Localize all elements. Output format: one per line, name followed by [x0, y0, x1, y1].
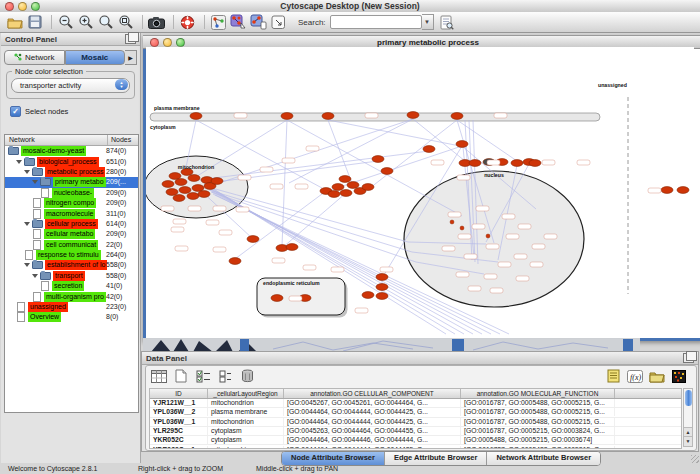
zoom-in-icon[interactable] — [77, 14, 94, 31]
small-network-node[interactable] — [161, 206, 174, 211]
search-dropdown-arrow-icon[interactable]: ▼ — [422, 14, 434, 30]
network-node[interactable] — [339, 176, 351, 183]
search-input[interactable] — [330, 15, 422, 29]
small-network-node[interactable] — [188, 206, 201, 211]
unselect-attributes-icon[interactable] — [216, 368, 234, 384]
mini-network-node[interactable] — [450, 220, 454, 224]
small-network-node[interactable] — [331, 267, 344, 272]
save-session-icon[interactable] — [26, 14, 43, 31]
tree-item-primary-metabo[interactable]: primary metabo209(... — [5, 177, 138, 187]
network-node[interactable] — [372, 156, 384, 163]
small-network-node[interactable] — [484, 274, 497, 279]
disclosure-triangle-icon[interactable] — [24, 263, 30, 267]
tree-item-nucleobase-[interactable]: nucleobase-209(0) — [5, 188, 138, 198]
table-row[interactable]: YDR039C__1mitochondrion[GO:0044464, GO:0… — [150, 445, 681, 449]
attribute-notes-icon[interactable] — [604, 368, 622, 384]
small-network-node[interactable] — [238, 175, 251, 180]
vizmapper-network-a-icon[interactable] — [230, 14, 247, 31]
network-node[interactable] — [175, 179, 187, 186]
small-network-node[interactable] — [518, 224, 531, 229]
tree-item-nitrogen-compo[interactable]: nitrogen compo209(0) — [5, 198, 138, 208]
network-node[interactable] — [190, 113, 202, 120]
small-network-node[interactable] — [514, 254, 527, 259]
network-node[interactable] — [322, 113, 334, 120]
disclosure-triangle-icon[interactable] — [24, 170, 30, 174]
edge[interactable] — [328, 120, 353, 186]
small-network-node[interactable] — [456, 272, 469, 277]
small-network-node[interactable] — [472, 224, 485, 229]
network-node[interactable] — [166, 189, 178, 196]
network-node[interactable] — [187, 193, 199, 200]
small-network-node[interactable] — [530, 262, 543, 267]
small-network-node[interactable] — [213, 206, 226, 211]
network-node[interactable] — [347, 182, 359, 189]
resize-grip-icon[interactable] — [691, 455, 699, 463]
small-network-node[interactable] — [380, 267, 393, 272]
small-network-node[interactable] — [648, 188, 661, 193]
network-node[interactable] — [328, 191, 340, 198]
small-network-node[interactable] — [171, 227, 184, 232]
small-network-node[interactable] — [532, 244, 545, 249]
edge[interactable] — [209, 190, 412, 252]
function-builder-icon[interactable]: f(x) — [626, 368, 644, 384]
export-snapshot-icon[interactable] — [148, 14, 165, 31]
small-network-node[interactable] — [486, 244, 499, 249]
help-lifering-icon[interactable] — [179, 14, 196, 31]
attribute-matrix-icon[interactable] — [670, 368, 688, 384]
tree-item-transport[interactable]: transport558(0) — [5, 271, 138, 281]
edge[interactable] — [370, 120, 457, 188]
tree-item-cellular-process[interactable]: cellular process614(0) — [5, 219, 138, 229]
zoom-selected-region-icon[interactable] — [97, 14, 114, 31]
small-network-node[interactable] — [506, 234, 519, 239]
edge[interactable] — [413, 119, 465, 161]
small-network-node[interactable] — [476, 206, 489, 211]
disclosure-triangle-icon[interactable] — [24, 222, 30, 226]
tree-item-metabolic-process[interactable]: metabolic process280(0) — [5, 167, 138, 177]
small-network-node[interactable] — [282, 158, 295, 163]
float-panel-icon[interactable] — [125, 34, 136, 44]
tree-item-response-to-stimulu[interactable]: response to stimulu264(0) — [5, 250, 138, 260]
small-network-node[interactable] — [442, 246, 455, 251]
small-network-node[interactable] — [487, 160, 500, 165]
table-row[interactable]: YPL036W__1mitochondrion[GO:0044464, GO:0… — [150, 418, 681, 427]
column-header-id[interactable]: ID — [150, 389, 208, 398]
network-node[interactable] — [198, 191, 210, 198]
close-button[interactable] — [150, 38, 159, 47]
small-network-node[interactable] — [490, 288, 503, 293]
table-row[interactable]: YJR121W__1mitochondrion[GO:0045267, GO:0… — [150, 399, 681, 408]
network-node[interactable] — [423, 146, 435, 153]
small-network-node[interactable] — [431, 160, 444, 165]
network-node[interactable] — [179, 187, 191, 194]
small-network-node[interactable] — [544, 234, 557, 239]
network-node[interactable] — [162, 181, 174, 188]
network-node[interactable] — [173, 195, 185, 202]
small-network-node[interactable] — [464, 254, 477, 259]
import-attributes-icon[interactable] — [648, 368, 666, 384]
small-network-node[interactable] — [303, 265, 316, 270]
scroll-down-arrow-icon[interactable]: ▼ — [684, 436, 692, 446]
network-node[interactable] — [286, 244, 298, 251]
mini-network-node[interactable] — [460, 226, 464, 230]
small-network-node[interactable] — [295, 184, 308, 189]
edge[interactable] — [282, 193, 346, 248]
table-scrollbar[interactable]: ▲ ▼ — [683, 388, 693, 447]
network-node[interactable] — [381, 168, 393, 175]
small-network-node[interactable] — [457, 175, 470, 180]
edge[interactable] — [208, 187, 408, 242]
network-overview-icon[interactable] — [210, 14, 227, 31]
network-node[interactable] — [188, 175, 200, 182]
network-node[interactable] — [376, 274, 388, 281]
small-network-node[interactable] — [260, 167, 273, 172]
tree-item-multi-organism-pro[interactable]: multi-organism pro42(0) — [5, 291, 138, 301]
zoom-to-fit-icon[interactable] — [117, 14, 134, 31]
edge[interactable] — [287, 120, 462, 216]
vizmapper-network-b-icon[interactable] — [250, 14, 267, 31]
column-header-cellular-component[interactable]: annotation.GO CELLULAR_COMPONENT — [284, 389, 461, 398]
network-node[interactable] — [247, 236, 259, 243]
small-network-node[interactable] — [502, 214, 515, 219]
column-header-layout-region[interactable]: _cellularLayoutRegion — [208, 389, 284, 398]
open-network-icon[interactable] — [6, 14, 23, 31]
network-node[interactable] — [451, 113, 463, 120]
small-network-node[interactable] — [213, 247, 226, 252]
table-row[interactable]: YPL036W__2plasma membrane[GO:0044464, GO… — [150, 408, 681, 417]
